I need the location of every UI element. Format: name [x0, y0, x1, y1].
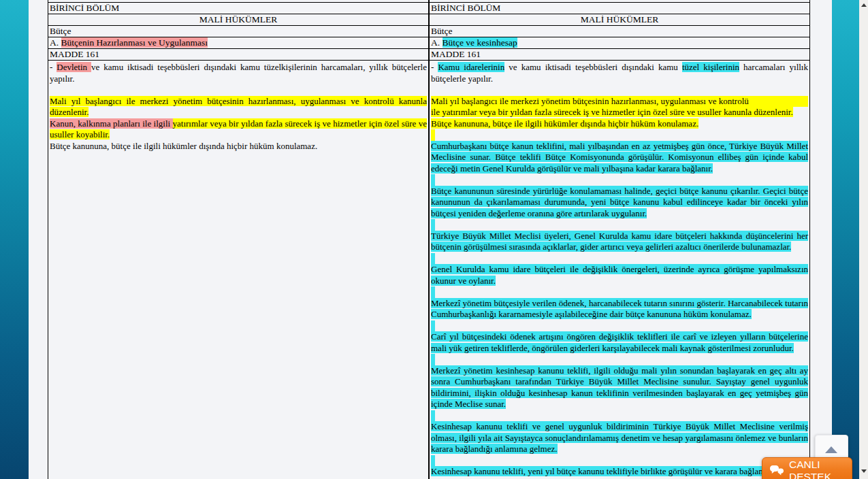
paragraph: Kanun, kalkınma planları ile ilgili yatı…: [50, 118, 427, 141]
scrollbar-up-arrow-icon[interactable]: [859, 1, 868, 10]
text-segment: Merkezî yönetim bütçesiyle verilen ödene…: [431, 298, 808, 320]
text-segment: Mali yıl başlangıcı ile merkezi yönetim …: [50, 96, 427, 118]
paragraph-spacer: [431, 253, 808, 265]
heading-text: Bütçe ve kesinhesap: [443, 37, 517, 48]
paragraph-spacer: [50, 84, 427, 96]
highlight-mark: [431, 286, 435, 298]
paragraph: Mali yıl başlangıcı ile merkezi yönetim …: [431, 96, 808, 108]
paragraph-spacer: [431, 320, 808, 332]
paragraph: Genel Kurulda kamu idare bütçeleri ile d…: [431, 264, 808, 286]
new-text-column: MALİ VE EKONOMİK HÜKÜMLER BİRİNCİ BÖLÜM …: [429, 0, 810, 479]
text-segment: Bütçe kanununa, bütçe ile ilgili hükümle…: [431, 118, 698, 129]
heading-text: Bütçenin Hazırlanması ve Uygulanması: [61, 37, 208, 48]
paragraph-spacer: [431, 219, 808, 231]
paragraph: Türkiye Büyük Millet Meclisi üyeleri, Ge…: [431, 231, 808, 253]
paragraph: - Devletin ve kamu iktisadi teşebbüsleri…: [50, 62, 427, 84]
paragraph-spacer: [431, 286, 808, 298]
paragraph-spacer: [431, 455, 808, 467]
text-segment: Bütçe kanununun süresinde yürürlüğe konu…: [431, 186, 808, 218]
paragraph-spacer: [431, 354, 808, 365]
chat-bubbles-icon: [769, 465, 784, 476]
madde-label: MADDE 161: [48, 49, 428, 61]
subsection-heading: MALİ HÜKÜMLER: [48, 14, 428, 26]
text-segment: Merkezî yönetim kesinhesap kanunu teklif…: [431, 365, 808, 410]
text-segment: tüzel kişilerinin: [682, 62, 739, 72]
paragraph: Kesinhesap kanunu teklifi ve genel uygun…: [431, 421, 808, 455]
paragraph-spacer: [431, 174, 808, 186]
article-heading: A. Bütçe ve kesinhesap: [430, 37, 809, 49]
text-segment: Bütçe kanununa, bütçe ile ilgili hükümle…: [50, 141, 317, 151]
section-heading: BİRİNCİ BÖLÜM: [48, 3, 428, 14]
budget-label: Bütçe: [48, 26, 428, 37]
highlight-mark: [431, 320, 435, 332]
document-area: MALİ VE EKONOMİK HÜKÜMLER BİRİNCİ BÖLÜM …: [29, 0, 832, 479]
highlight-mark: [431, 354, 435, 365]
highlight-mark: [431, 410, 435, 422]
live-support-button[interactable]: CANLI DESTEK: [762, 457, 852, 479]
paragraph: Bütçe kanununun süresinde yürürlüğe konu…: [431, 186, 808, 220]
paragraph-spacer: [431, 410, 808, 422]
text-segment: Kamu idarelerinin: [438, 62, 504, 72]
subsection-heading: MALİ HÜKÜMLER: [430, 14, 809, 26]
text-segment: Kesinhesap kanunu teklifi ve genel uygun…: [431, 421, 808, 454]
highlight-mark: [431, 174, 435, 186]
old-text-column: MALİ VE EKONOMİK HÜKÜMLER BİRİNCİ BÖLÜM …: [48, 0, 429, 479]
text-segment: Cumhurbaşkanı bütçe kanun teklifini, mal…: [431, 141, 808, 174]
article-heading: A. Bütçenin Hazırlanması ve Uygulanması: [48, 37, 428, 49]
section-heading: BİRİNCİ BÖLÜM: [430, 3, 809, 14]
heading-prefix: A.: [431, 37, 443, 48]
highlight-mark: [431, 129, 435, 141]
text-segment: Mali yıl başlangıcı ile merkezi yönetim …: [431, 96, 749, 106]
text-segment: Türkiye Büyük Millet Meclisi üyeleri, Ge…: [431, 231, 808, 252]
paragraph: Cumhurbaşkanı bütçe kanun teklifini, mal…: [431, 141, 808, 175]
text-segment: Devletin: [57, 62, 91, 72]
paragraph: - Kamu idarelerinin ve kamu iktisadi teş…: [431, 62, 808, 84]
paragraph: ile yatırımlar veya bir yıldan fazla sür…: [431, 107, 808, 118]
paragraph: Bütçe kanununa, bütçe ile ilgili hükümle…: [50, 141, 427, 152]
paragraph: Mali yıl başlangıcı ile merkezi yönetim …: [50, 96, 427, 118]
paragraph: Bütçe kanununa, bütçe ile ilgili hükümle…: [431, 118, 808, 130]
text-segment: ile yatırımlar veya bir yıldan fazla sür…: [431, 107, 793, 117]
text-segment: -: [431, 62, 438, 72]
text-segment: ve kamu iktisadi teşebbüsleri dışındaki …: [504, 62, 682, 72]
text-segment: Kesinhesap kanunu teklifi, yeni yıl bütç…: [431, 466, 770, 476]
text-segment: Genel Kurulda kamu idare bütçeleri ile d…: [431, 264, 808, 286]
comparison-tables: MALİ VE EKONOMİK HÜKÜMLER BİRİNCİ BÖLÜM …: [48, 0, 810, 479]
live-support-label: CANLI DESTEK: [789, 459, 845, 479]
heading-prefix: A.: [50, 37, 61, 48]
paragraph: Merkezî yönetim bütçesiyle verilen ödene…: [431, 298, 808, 320]
text-segment: ve kamu iktisadi teşebbüsleri dışındaki …: [50, 62, 427, 84]
text-segment: Carî yıl bütçesindeki ödenek artışını ön…: [431, 331, 808, 353]
budget-label: Bütçe: [430, 26, 809, 37]
madde-label: MADDE 161: [430, 49, 809, 61]
highlight-mark: [431, 219, 435, 231]
article-body-old: - Devletin ve kamu iktisadi teşebbüsleri…: [48, 61, 428, 479]
article-body-new: - Kamu idarelerinin ve kamu iktisadi teş…: [430, 61, 809, 479]
paragraph: Carî yıl bütçesindeki ödenek artışını ön…: [431, 331, 808, 354]
arrow-up-icon: [825, 446, 837, 453]
paragraph-spacer: [431, 129, 808, 141]
scrollbar-down-arrow-icon[interactable]: [859, 467, 868, 475]
text-segment: Kanun, kalkınma planları ile ilgili: [50, 118, 173, 129]
scrollbar[interactable]: [859, 0, 868, 479]
text-segment: -: [50, 62, 57, 72]
highlight-mark: [431, 253, 435, 265]
paragraph: Kesinhesap kanunu teklifi, yeni yıl bütç…: [431, 466, 808, 478]
paragraph: Merkezî yönetim kesinhesap kanunu teklif…: [431, 365, 808, 410]
highlight-mark: [431, 455, 435, 467]
paragraph-spacer: [431, 84, 808, 96]
